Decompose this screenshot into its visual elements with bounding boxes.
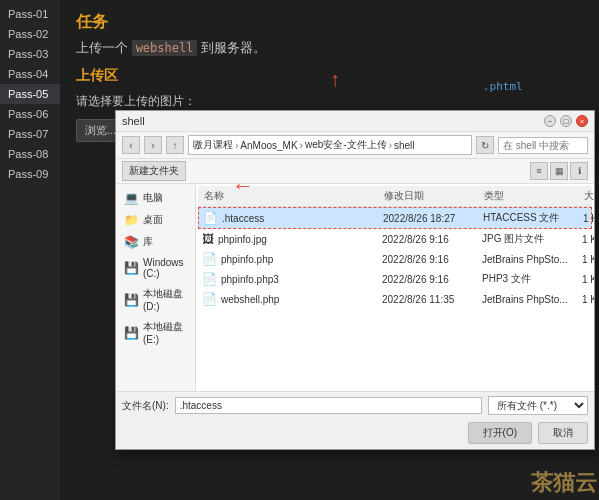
nav-label: 库 [143, 235, 153, 249]
file-size: 1 KB [582, 254, 594, 265]
dialog-body: 💻电脑📁桌面📚库💾Windows (C:)💾本地磁盘 (D:)💾本地磁盘 (E:… [116, 184, 594, 391]
file-modified: 2022/8/26 18:27 [383, 213, 483, 224]
file-list-header: 名称 修改日期 类型 大小 [198, 186, 592, 207]
file-size: 1 KB [583, 213, 594, 224]
filename-input[interactable] [175, 397, 482, 414]
file-icon: 🖼 [202, 232, 214, 246]
nav-label: 电脑 [143, 191, 163, 205]
file-type: JPG 图片文件 [482, 232, 582, 246]
dialog-bottom: 文件名(N): 所有文件 (*.*) [116, 391, 594, 419]
file-row[interactable]: 🖼 phpinfo.jpg 2022/8/26 9:16 JPG 图片文件 1 … [198, 229, 592, 249]
refresh-button[interactable]: ↻ [476, 136, 494, 154]
file-dialog: shell － □ × ‹ › ↑ 嗷月课程 › AnMoos_MK › web… [115, 110, 595, 450]
nav-icon: 💾 [124, 293, 139, 307]
file-type: PHP3 文件 [482, 272, 582, 286]
minimize-button[interactable]: － [544, 115, 556, 127]
file-row[interactable]: 📄 .htaccess 2022/8/26 18:27 HTACCESS 文件 … [198, 207, 592, 229]
code-snippet: .phtml [483, 80, 523, 93]
file-name-cell: 📄 phpinfo.php [202, 252, 382, 266]
sidebar-item-pass03[interactable]: Pass-03 [0, 44, 60, 64]
file-name: phpinfo.php3 [221, 274, 279, 285]
file-icon: 📄 [202, 272, 217, 286]
address-path[interactable]: 嗷月课程 › AnMoos_MK › web安全-文件上传 › shell [188, 135, 472, 155]
back-button[interactable]: ‹ [122, 136, 140, 154]
file-size: 1 KB [582, 274, 594, 285]
file-name-cell: 📄 phpinfo.php3 [202, 272, 382, 286]
sidebar-item-pass07[interactable]: Pass-07 [0, 124, 60, 144]
sidebar-item-pass05[interactable]: Pass-05 [0, 84, 60, 104]
file-icon: 📄 [202, 252, 217, 266]
close-button[interactable]: × [576, 115, 588, 127]
file-size: 1 KB [582, 234, 594, 245]
nav-icon: 💾 [124, 326, 139, 340]
file-type: HTACCESS 文件 [483, 211, 583, 225]
file-name-cell: 🖼 phpinfo.jpg [202, 232, 382, 246]
file-name: webshell.php [221, 294, 279, 305]
new-folder-button[interactable]: 新建文件夹 [122, 161, 186, 181]
sidebar-item-pass02[interactable]: Pass-02 [0, 24, 60, 44]
sidebar-item-pass08[interactable]: Pass-08 [0, 144, 60, 164]
nav-item-本地磁盘 (D:)[interactable]: 💾本地磁盘 (D:) [116, 284, 195, 315]
file-row[interactable]: 📄 phpinfo.php 2022/8/26 9:16 JetBrains P… [198, 249, 592, 269]
task-desc-after: 到服务器。 [197, 40, 266, 55]
dialog-addressbar: ‹ › ↑ 嗷月课程 › AnMoos_MK › web安全-文件上传 › sh… [116, 132, 594, 159]
nav-label: 本地磁盘 (E:) [143, 320, 187, 345]
file-modified: 2022/8/26 9:16 [382, 254, 482, 265]
nav-item-电脑[interactable]: 💻电脑 [116, 188, 195, 208]
path-part-3: web安全-文件上传 [305, 138, 387, 152]
col-modified: 修改日期 [382, 188, 482, 204]
dialog-actions: 打开(O) 取消 [116, 419, 594, 449]
file-row[interactable]: 📄 phpinfo.php3 2022/8/26 9:16 PHP3 文件 1 … [198, 269, 592, 289]
file-size: 1 KB [582, 294, 594, 305]
nav-item-桌面[interactable]: 📁桌面 [116, 210, 195, 230]
cancel-button[interactable]: 取消 [538, 422, 588, 444]
file-name-cell: 📄 webshell.php [202, 292, 382, 306]
file-name: phpinfo.php [221, 254, 273, 265]
nav-icon: 💾 [124, 261, 139, 275]
nav-item-库[interactable]: 📚库 [116, 232, 195, 252]
up-button[interactable]: ↑ [166, 136, 184, 154]
dialog-toolbar: 新建文件夹 ≡ ▦ ℹ [116, 159, 594, 184]
sidebar-item-pass09[interactable]: Pass-09 [0, 164, 60, 184]
col-type: 类型 [482, 188, 582, 204]
forward-button[interactable]: › [144, 136, 162, 154]
open-button[interactable]: 打开(O) [468, 422, 532, 444]
task-desc-before: 上传一个 [76, 40, 132, 55]
file-type: JetBrains PhpSto... [482, 294, 582, 305]
view-details-button[interactable]: ▦ [550, 162, 568, 180]
nav-item-Windows (C:)[interactable]: 💾Windows (C:) [116, 254, 195, 282]
nav-label: Windows (C:) [143, 257, 187, 279]
path-part-2: AnMoos_MK [240, 140, 297, 151]
nav-item-本地磁盘 (E:)[interactable]: 💾本地磁盘 (E:) [116, 317, 195, 348]
col-name: 名称 [202, 188, 382, 204]
file-name-cell: 📄 .htaccess [203, 211, 383, 225]
filetype-select[interactable]: 所有文件 (*.*) [488, 396, 588, 415]
sidebar-item-pass06[interactable]: Pass-06 [0, 104, 60, 124]
nav-label: 桌面 [143, 213, 163, 227]
view-list-button[interactable]: ≡ [530, 162, 548, 180]
dialog-titlebar: shell － □ × [116, 111, 594, 132]
maximize-button[interactable]: □ [560, 115, 572, 127]
sidebar-item-pass01[interactable]: Pass-01 [0, 4, 60, 24]
col-size: 大小 [582, 188, 594, 204]
file-row[interactable]: 📄 webshell.php 2022/8/26 11:35 JetBrains… [198, 289, 592, 309]
view-info-button[interactable]: ℹ [570, 162, 588, 180]
file-icon: 📄 [202, 292, 217, 306]
nav-icon: 📁 [124, 213, 139, 227]
file-icon: 📄 [203, 211, 218, 225]
view-buttons: ≡ ▦ ℹ [530, 162, 588, 180]
file-name: .htaccess [222, 213, 264, 224]
dialog-nav: 💻电脑📁桌面📚库💾Windows (C:)💾本地磁盘 (D:)💾本地磁盘 (E:… [116, 184, 196, 391]
sidebar-item-pass04[interactable]: Pass-04 [0, 64, 60, 84]
file-type: JetBrains PhpSto... [482, 254, 582, 265]
sidebar: Pass-01Pass-02Pass-03Pass-04Pass-05Pass-… [0, 0, 60, 500]
path-part-1: 嗷月课程 [193, 138, 233, 152]
filename-label: 文件名(N): [122, 399, 169, 413]
search-input[interactable] [498, 137, 588, 154]
file-modified: 2022/8/26 11:35 [382, 294, 482, 305]
nav-label: 本地磁盘 (D:) [143, 287, 187, 312]
task-code-word: webshell [132, 40, 198, 56]
path-part-4: shell [394, 140, 415, 151]
nav-icon: 📚 [124, 235, 139, 249]
nav-icon: 💻 [124, 191, 139, 205]
